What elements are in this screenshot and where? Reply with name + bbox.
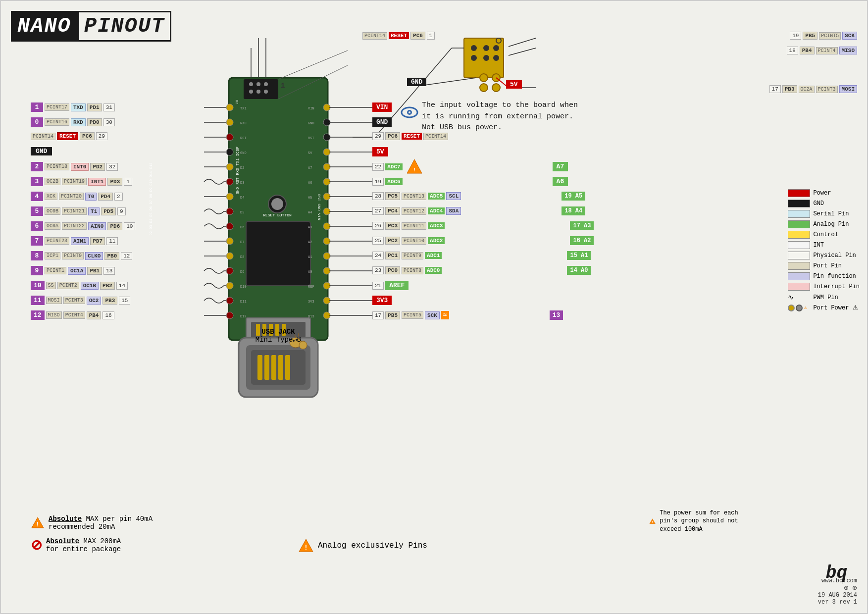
legend-gnd: GND xyxy=(788,200,860,207)
func-label-t0: T0 xyxy=(85,193,97,201)
version-info: www.bq.com ⊕ ⊕ 19 AUG 2014 ver 3 rev 1 xyxy=(818,577,857,606)
port-label-pb2: PB2 xyxy=(100,282,115,290)
func-label-t1: T1 xyxy=(88,207,100,215)
page: NANO PINOUT xyxy=(0,0,868,614)
port-label-pd0: PD0 xyxy=(87,118,102,126)
adc7-label: ADC7 xyxy=(385,163,402,170)
pin-row-d6: 6 OC0A PCINT22 AIN0 PD6 10 xyxy=(31,221,135,231)
svg-point-1 xyxy=(226,104,233,111)
pwm-symbol-d13: ≈ xyxy=(441,311,449,319)
digital-label-3: 3 xyxy=(31,177,43,186)
svg-text:GND: GND xyxy=(240,151,247,155)
adc3-label: ADC3 xyxy=(428,222,445,229)
svg-text:!: ! xyxy=(36,521,40,528)
pin-num-26: 26 xyxy=(372,222,384,230)
num-17-top: 17 xyxy=(769,85,781,93)
svg-point-17 xyxy=(323,119,330,126)
svg-text:A0: A0 xyxy=(308,270,312,274)
svg-point-136 xyxy=(471,55,477,61)
svg-text:D2: D2 xyxy=(235,100,239,104)
digital-label-1: 1 xyxy=(31,102,43,112)
a0-label: 14 A0 xyxy=(567,266,591,275)
pcint-label: PCINT20 xyxy=(59,193,84,200)
pin-row-a4: 27 PC4 PCINT12 ADC4 SDA 18 A4 xyxy=(372,206,585,215)
pin-num-28: 28 xyxy=(372,192,384,200)
pb5-top: PB5 xyxy=(803,32,817,40)
svg-point-3 xyxy=(226,134,233,141)
pcint10: PCINT10 xyxy=(402,237,426,245)
pin-num-19: 19 xyxy=(372,178,384,186)
pin-num-25: 25 xyxy=(372,237,384,245)
digital-label-2: 2 xyxy=(31,162,43,171)
svg-point-8 xyxy=(226,208,233,215)
pcint-label: PCINT22 xyxy=(62,222,87,230)
pin-num-17-d13: 17 xyxy=(372,311,384,319)
warning-triangle-analog: ! xyxy=(298,538,314,554)
legend-label-port: Port Pin xyxy=(813,262,842,269)
svg-text:REF: REF xyxy=(308,285,314,289)
svg-text:RESET BUTTON: RESET BUTTON xyxy=(263,213,292,217)
pb4-top: PB4 xyxy=(800,47,815,54)
svg-text:5V: 5V xyxy=(308,151,312,155)
d13-label: 13 xyxy=(550,310,563,320)
func-label-clko: CLKO xyxy=(85,252,103,260)
legend-label-gnd: GND xyxy=(813,200,824,207)
legend-port: Port Pin xyxy=(788,262,860,270)
cc-license: ⊕ ⊕ xyxy=(818,584,857,592)
pin-num-27: 27 xyxy=(372,207,384,215)
num-18-top: 18 xyxy=(787,47,798,54)
legend-interrupt: Interrupt Pin xyxy=(788,283,860,291)
info-text: The input voltage to the board when it i… xyxy=(422,101,578,132)
func-label-oc2: OC2 xyxy=(87,297,102,305)
pcint2-label: PCINT19 xyxy=(62,178,87,185)
legend-control: Control xyxy=(788,231,860,239)
svg-point-140 xyxy=(480,74,488,82)
legend-power: Power xyxy=(788,189,860,197)
port-label-pd3: PD3 xyxy=(107,178,122,186)
gnd-label: GND xyxy=(31,147,52,155)
pin-row-d3: 3 OC2B PCINT19 INT1 PD3 1 xyxy=(31,177,132,186)
no-symbol: ⊘ xyxy=(31,537,42,554)
port-pc2: PC2 xyxy=(385,237,400,245)
port-label-pb4: PB4 xyxy=(87,311,102,319)
pc6-top: PC6 xyxy=(410,32,425,40)
power-sum-text: The power sum for each pin's group shoul… xyxy=(660,509,758,534)
pin-row-d4: 4 XCK PCINT20 T0 PD4 2 xyxy=(31,192,123,201)
svg-text:D2: D2 xyxy=(240,166,244,170)
pin-num-31: 31 xyxy=(103,103,115,111)
svg-point-14 xyxy=(226,297,233,304)
svg-rect-41 xyxy=(246,221,310,286)
legend-color-control xyxy=(788,231,810,239)
svg-text:D12: D12 xyxy=(240,314,247,318)
reset-label: RESET xyxy=(57,132,78,140)
svg-point-11 xyxy=(226,253,233,259)
pcint3-top: PCINT3 xyxy=(816,86,838,93)
reset-top: RESET xyxy=(389,32,409,39)
digital-label-10: 10 xyxy=(31,281,45,290)
svg-point-13 xyxy=(226,282,233,289)
svg-point-134 xyxy=(483,45,489,51)
int-label-int1: INT1 xyxy=(88,178,106,186)
svg-point-32 xyxy=(249,82,253,86)
pcint13: PCINT13 xyxy=(402,193,426,200)
pin-row-d11: 11 MOSI PCINT3 OC2 PB3 15 xyxy=(31,296,130,305)
svg-point-135 xyxy=(493,45,499,51)
pin-num-9: 9 xyxy=(117,207,126,215)
max-pin-text: Absolute MAX per pin 40mArecommended 20m… xyxy=(49,515,153,531)
svg-text:A7: A7 xyxy=(308,166,312,170)
pin-row-3v3: 3V3 xyxy=(372,296,392,305)
svg-point-39 xyxy=(271,198,283,210)
svg-point-27 xyxy=(323,267,330,274)
svg-point-133 xyxy=(471,45,477,51)
digital-label-5: 5 xyxy=(31,206,43,216)
digital-label-0: 0 xyxy=(31,117,43,127)
svg-text:D4: D4 xyxy=(240,196,244,200)
svg-point-115 xyxy=(408,111,410,113)
note-max-pin: ! Absolute MAX per pin 40mArecommended 2… xyxy=(31,515,153,531)
legend-pwm: ∿ PWM Pin xyxy=(788,293,860,302)
svg-point-36 xyxy=(256,90,260,94)
svg-point-9 xyxy=(226,223,233,230)
miso-top: MISO xyxy=(839,47,857,54)
legend-label-power: Power xyxy=(813,190,831,197)
pcint5-top: PCINT5 xyxy=(819,32,841,40)
